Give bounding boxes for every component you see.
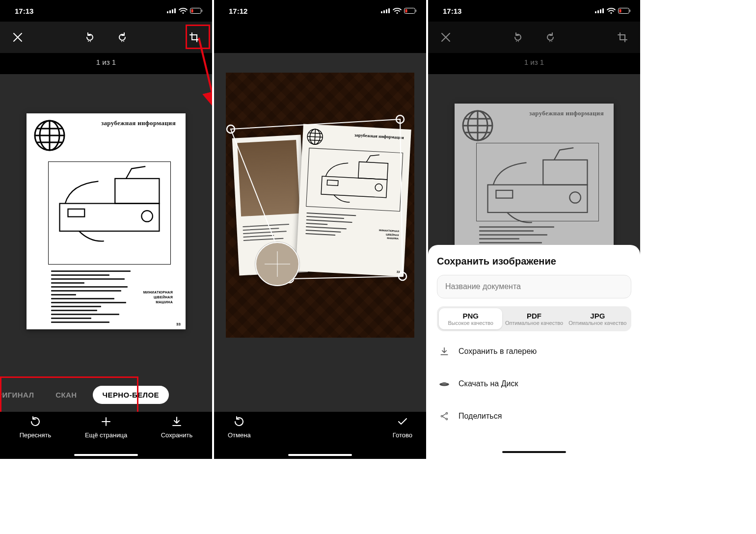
add-page-button[interactable]: Ещё страница <box>71 415 141 450</box>
document-preview-dimmed: зарубежная информация <box>455 104 614 266</box>
battery-icon <box>618 8 631 14</box>
crop-action-bar: Отмена Готово <box>214 412 426 459</box>
rotate-left-button[interactable] <box>504 24 532 51</box>
status-time: 17:12 <box>229 7 247 15</box>
edit-toolbar-dimmed <box>428 22 640 53</box>
screen-edit: 17:13 1 из 1 зарубежная информация <box>0 0 212 459</box>
save-to-disk[interactable]: Скачать на Диск <box>437 372 631 396</box>
close-icon <box>12 31 24 43</box>
crop-button[interactable] <box>181 24 208 51</box>
home-indicator <box>74 454 138 456</box>
retry-icon <box>233 416 245 427</box>
filter-scan[interactable]: СКАН <box>50 386 82 404</box>
doc-pagenum: 33 <box>397 270 400 273</box>
status-time: 17:13 <box>443 7 461 15</box>
close-button[interactable] <box>4 24 31 51</box>
rotate-right-button[interactable] <box>537 24 564 51</box>
doc-heading: зарубежная информация <box>101 119 176 127</box>
done-button[interactable]: Готово <box>393 415 412 450</box>
share-icon <box>439 411 450 422</box>
action-bar: Переснять Ещё страница Сохранить <box>0 412 212 459</box>
cancel-button[interactable]: Отмена <box>228 415 251 450</box>
document-preview[interactable]: зарубежная информация МИНИАТЮРНАЯ ШВЕЙНА… <box>27 113 186 329</box>
doc-side-caption: МИНИАТЮРНАЯ ШВЕЙНАЯ МАШИНА <box>143 290 173 304</box>
rotate-right-icon <box>116 31 128 43</box>
filename-input[interactable] <box>437 275 631 298</box>
crop-icon <box>189 31 200 43</box>
doc-heading: зарубежная информация <box>354 133 404 140</box>
retake-icon <box>29 416 41 427</box>
doc-heading: зарубежная информация <box>529 109 604 117</box>
save-to-gallery[interactable]: Сохранить в галерею <box>437 339 631 364</box>
save-button[interactable]: Сохранить <box>141 415 212 450</box>
signal-icon <box>167 8 176 14</box>
rotate-left-icon <box>512 31 524 43</box>
home-indicator <box>502 451 566 453</box>
doc-pagenum: 33 <box>176 322 181 326</box>
globe-icon <box>306 128 324 146</box>
format-png[interactable]: PNG Высокое качество <box>439 308 502 329</box>
sheet-title: Сохранить изображение <box>437 256 631 267</box>
status-bar: 17:12 <box>214 0 426 22</box>
status-bar: 17:13 <box>0 0 212 22</box>
page-counter: 1 из 1 <box>0 53 212 74</box>
close-button[interactable] <box>432 24 459 51</box>
rotate-left-icon <box>84 31 96 43</box>
battery-icon <box>190 8 203 14</box>
rotate-left-button[interactable] <box>76 24 104 51</box>
format-jpg[interactable]: JPG Оптимальное качество <box>566 308 629 329</box>
status-time: 17:13 <box>15 7 33 15</box>
close-icon <box>440 31 452 43</box>
page-counter: 1 из 1 <box>428 53 640 74</box>
filter-original[interactable]: ОРИГИНАЛ <box>0 386 40 404</box>
download-icon <box>171 416 183 427</box>
filter-row: ОРИГИНАЛ СКАН ЧЕРНО-БЕЛОЕ <box>0 379 212 410</box>
magnifier-loupe <box>255 242 299 286</box>
svg-point-23 <box>227 125 235 133</box>
battery-icon <box>404 8 417 14</box>
filter-bw[interactable]: ЧЕРНО-БЕЛОЕ <box>93 386 169 404</box>
status-bar: 17:13 <box>428 0 640 22</box>
doc-text-column <box>51 270 135 325</box>
save-sheet: Сохранить изображение PNG Высокое качест… <box>428 245 640 459</box>
download-icon <box>439 346 450 357</box>
svg-point-24 <box>396 115 404 123</box>
retake-button[interactable]: Переснять <box>0 415 71 450</box>
wifi-icon <box>607 8 616 14</box>
doc-text-column <box>479 226 563 246</box>
check-icon <box>397 416 408 427</box>
share[interactable]: Поделиться <box>437 404 631 428</box>
format-segmented: PNG Высокое качество PDF Оптимальное кач… <box>437 306 631 331</box>
screen-crop: 17:12 зарубежная информация <box>214 0 426 459</box>
signal-icon <box>595 8 604 14</box>
globe-icon <box>461 109 494 142</box>
home-indicator <box>288 454 352 456</box>
rotate-right-icon <box>544 31 556 43</box>
doc-figure-box <box>476 143 599 221</box>
globe-icon <box>33 119 66 152</box>
screen-save-sheet: 17:13 1 из 1 зарубежная информация <box>428 0 640 459</box>
crop-icon <box>617 31 628 43</box>
format-pdf[interactable]: PDF Оптимальное качество <box>502 308 566 329</box>
crop-button[interactable] <box>609 24 636 51</box>
crop-photo[interactable]: зарубежная информация МИНИАТЮРНАЯШВЕЙНАЯ… <box>226 73 414 338</box>
plus-icon <box>100 416 112 427</box>
doc-side-caption: МИНИАТЮРНАЯШВЕЙНАЯМАШИНА <box>378 229 399 241</box>
edit-toolbar <box>0 22 212 53</box>
disk-icon <box>439 378 450 389</box>
signal-icon <box>381 8 390 14</box>
wifi-icon <box>179 8 188 14</box>
rotate-right-button[interactable] <box>108 24 136 51</box>
wifi-icon <box>393 8 402 14</box>
doc-figure-box <box>48 161 171 265</box>
